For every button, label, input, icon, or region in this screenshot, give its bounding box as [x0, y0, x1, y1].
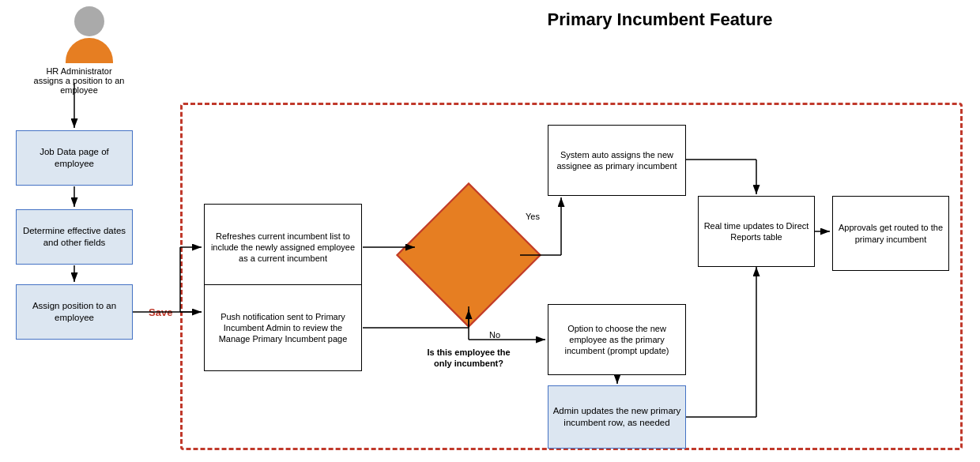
only-incumbent-diamond: Is this employee the only incumbent? — [417, 204, 520, 306]
effective-dates-box: Determine effective dates and other fiel… — [16, 209, 133, 265]
page-title: Primary Incumbent Feature — [340, 9, 980, 30]
person-head-icon — [74, 6, 104, 36]
diagram-container: Primary Incumbent Feature HR Administrat… — [0, 0, 980, 462]
option-choose-box: Option to choose the new employee as the… — [548, 304, 686, 375]
hr-admin-label: HR Administrator assigns a position to a… — [32, 66, 126, 95]
save-label: Save — [149, 306, 172, 318]
push-notification-box: Push notification sent to Primary Incumb… — [204, 284, 362, 371]
realtime-updates-box: Real time updates to Direct Reports tabl… — [698, 196, 815, 267]
person-body-icon — [66, 38, 113, 63]
approvals-box: Approvals get routed to the primary incu… — [832, 196, 949, 271]
hr-admin-icon: HR Administrator assigns a position to a… — [51, 6, 126, 95]
refreshes-box: Refreshes current incumbent list to incl… — [204, 204, 362, 291]
auto-assign-box: System auto assigns the new assignee as … — [548, 125, 686, 196]
assign-position-box: Assign position to an employee — [16, 284, 133, 340]
job-data-box: Job Data page of employee — [16, 130, 133, 186]
yes-label: Yes — [526, 212, 540, 221]
admin-updates-box: Admin updates the new primary incumbent … — [548, 385, 686, 449]
no-label: No — [489, 330, 500, 340]
